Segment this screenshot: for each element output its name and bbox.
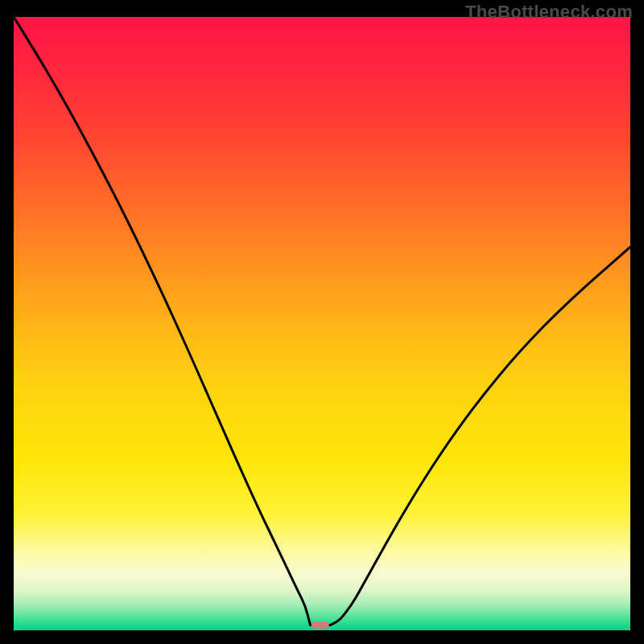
min-marker-pill — [312, 621, 329, 628]
plot-background — [14, 17, 630, 630]
bottleneck-plot — [14, 17, 630, 630]
min-marker — [312, 621, 329, 628]
watermark-text: TheBottleneck.com — [465, 2, 633, 23]
plot-svg — [14, 17, 630, 630]
chart-frame: TheBottleneck.com — [0, 0, 644, 644]
